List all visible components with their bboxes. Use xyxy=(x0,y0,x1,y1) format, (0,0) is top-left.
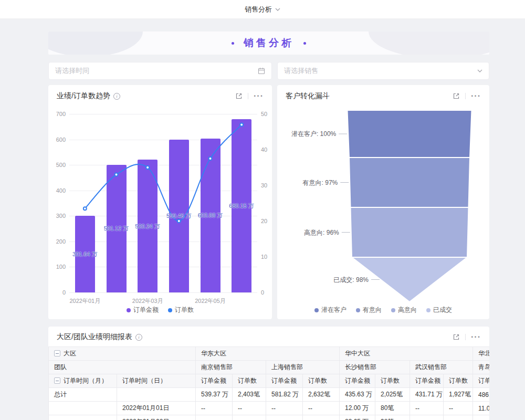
divider xyxy=(465,93,466,99)
table-cell: 总计 xyxy=(49,388,117,402)
export-icon xyxy=(453,92,460,100)
table-cell: 80笔 xyxy=(375,402,410,415)
dashboard-title-dropdown[interactable]: 销售分析 xyxy=(245,5,280,14)
funnel-card-title-group: 客户转化漏斗 xyxy=(286,91,330,101)
sales-filter-select[interactable]: 请选择销售 xyxy=(277,62,489,80)
funnel-legend: 潜在客户有意向高意向已成交 xyxy=(277,306,489,314)
trend-bar-value-label: 301.64 万 xyxy=(72,250,98,258)
legend-label: 潜在客户 xyxy=(321,306,346,314)
table-header-label: 订单金额 xyxy=(271,377,297,384)
table-header-label: 青岛销售部 xyxy=(478,363,489,371)
table-cell: 23.05 万 xyxy=(340,415,375,420)
table-header-row: 订单时间（月）订单时间（日）订单金额订单数订单金额订单数订单金额订单数订单金额订… xyxy=(49,374,490,388)
table-cell: 2022年01月01日 xyxy=(117,402,196,415)
trend-card: 业绩/订单数趋势 0100200300400500600700010203040… xyxy=(48,85,272,319)
table-header-cell: 订单金额 xyxy=(473,374,490,388)
table-cell: 431.71 万 xyxy=(410,388,444,402)
export-icon xyxy=(453,333,460,341)
trend-y-axis-tick-left: 700 xyxy=(56,111,66,117)
filters-row: 请选择时间 请选择销售 xyxy=(48,62,489,80)
legend-item[interactable]: 潜在客户 xyxy=(314,306,346,314)
legend-item[interactable]: 已成交 xyxy=(426,306,452,314)
funnel-segment-3[interactable] xyxy=(351,207,469,257)
table-cell: -- xyxy=(410,415,444,420)
table-cell: -- xyxy=(233,415,266,420)
trend-y-axis-tick-right: 50 xyxy=(261,111,267,117)
more-button[interactable] xyxy=(254,93,264,99)
export-button[interactable] xyxy=(453,92,460,100)
table-cell: 98笔 xyxy=(375,415,410,420)
trend-bar-value-label: 680.15 万 xyxy=(229,202,254,209)
chevron-down-icon xyxy=(477,69,482,72)
funnel-segment-4[interactable] xyxy=(352,257,467,302)
table-header-label: 华中大区 xyxy=(345,350,370,357)
funnel-segment-2[interactable] xyxy=(349,158,470,207)
funnel-card-actions xyxy=(453,92,481,100)
table-header-label: 订单金额 xyxy=(201,377,226,384)
more-button[interactable] xyxy=(471,334,481,340)
table-cell: -- xyxy=(303,402,340,415)
collapse-minus-icon[interactable] xyxy=(54,377,60,384)
app-header: 销售分析 xyxy=(0,0,525,19)
trend-bar-value-label: 599.46 万 xyxy=(166,212,192,220)
trend-y-axis-tick-right: 10 xyxy=(261,254,267,260)
export-button[interactable] xyxy=(453,333,460,341)
table-header-cell: 订单时间（月） xyxy=(49,374,117,388)
info-icon[interactable] xyxy=(135,334,142,341)
trend-card-header: 业绩/订单数趋势 xyxy=(57,91,264,101)
export-icon xyxy=(235,92,243,100)
legend-item[interactable]: 订单金额 xyxy=(127,306,159,314)
charts-row: 业绩/订单数趋势 0100200300400500600700010203040… xyxy=(48,85,489,319)
trend-x-axis-tick: 2022年01月 xyxy=(69,297,100,305)
legend-dot-icon xyxy=(426,308,430,312)
table-cell: 12.00 万 xyxy=(340,402,375,415)
legend-item[interactable]: 高意向 xyxy=(391,306,417,314)
table-header-cell: 华北大区 xyxy=(473,347,490,361)
trend-legend: 订单金额订单数 xyxy=(48,306,272,314)
legend-item[interactable]: 订单数 xyxy=(168,306,194,314)
trend-line-point[interactable] xyxy=(146,166,149,169)
table-header-label: 南京销售部 xyxy=(201,363,233,371)
table-cell: 435.63 万 xyxy=(340,388,375,402)
table-header-label: 武汉销售部 xyxy=(415,363,447,371)
legend-item[interactable]: 有意向 xyxy=(356,306,382,314)
export-button[interactable] xyxy=(235,92,243,100)
trend-line-path xyxy=(85,124,242,221)
collapse-minus-icon[interactable] xyxy=(54,350,60,356)
table-header-label: 大区 xyxy=(64,350,76,357)
table-header-label: 订单金额 xyxy=(415,377,440,384)
chevron-down-icon xyxy=(275,8,280,11)
funnel-stage-label: 潜在客户: 100% xyxy=(291,130,337,138)
report-card-title: 大区/团队业绩明细报表 xyxy=(57,332,132,342)
table-header-row: 大区华东大区华中大区华北大区 xyxy=(49,347,490,361)
report-card-actions xyxy=(453,333,481,341)
legend-dot-icon xyxy=(391,308,395,312)
banner-title: 销售分析 xyxy=(244,36,294,50)
trend-line-point[interactable] xyxy=(240,123,243,126)
trend-bar-value-label: 501.12 万 xyxy=(104,225,129,233)
funnel-stage-label: 高意向: 96% xyxy=(304,229,339,236)
legend-dot-icon xyxy=(356,308,360,312)
funnel-stage-label: 已成交: 98% xyxy=(333,276,369,284)
table-header-cell: 订单时间（日） xyxy=(117,374,196,388)
divider xyxy=(465,334,466,340)
banner-dot-icon xyxy=(232,42,234,45)
funnel-segment-1[interactable] xyxy=(348,110,472,158)
trend-line-point[interactable] xyxy=(209,157,212,160)
more-button[interactable] xyxy=(471,93,481,99)
time-filter-select[interactable]: 请选择时间 xyxy=(48,62,272,80)
trend-card-title: 业绩/订单数趋势 xyxy=(57,91,110,101)
table-row: 总计539.37 万2,403笔581.82 万2,632笔435.63 万2,… xyxy=(49,388,490,402)
trend-line-point[interactable] xyxy=(115,173,118,176)
table-header-label: 订单时间（月） xyxy=(64,377,108,384)
table-row: 2022年01月02日--------23.05 万98笔---- xyxy=(49,415,490,420)
table-cell: 2,403笔 xyxy=(233,388,266,402)
table-header-cell: 南京销售部 xyxy=(196,361,266,374)
trend-x-axis-tick: 2022年05月 xyxy=(195,297,226,305)
table-header-label: 订单数 xyxy=(381,377,400,384)
table-header-cell: 上海销售部 xyxy=(266,361,340,374)
trend-line-point[interactable] xyxy=(83,207,87,210)
legend-dot-icon xyxy=(314,308,319,312)
info-icon[interactable] xyxy=(113,93,120,100)
table-header-label: 订单数 xyxy=(308,377,327,384)
